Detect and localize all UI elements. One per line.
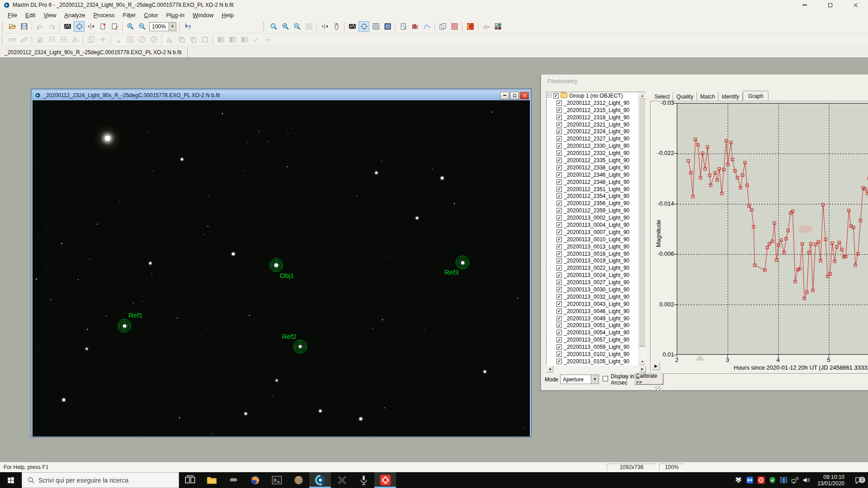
scroll-right-button[interactable]: ▶ (639, 366, 646, 372)
document-tab[interactable]: _20200112_2324_Light_90s_R_-25degC.00015… (0, 47, 188, 57)
magnify-button[interactable] (268, 21, 279, 32)
scroll-up-button[interactable]: ▲ (639, 92, 646, 99)
tab-match[interactable]: Match (697, 92, 719, 101)
redo-button[interactable] (46, 21, 57, 32)
measure-ruler-button[interactable] (7, 34, 18, 45)
file-row[interactable]: ✓_20200113_0027_Light_90 (547, 279, 646, 286)
annotate-button[interactable] (97, 21, 108, 32)
volume-tray-icon[interactable] (801, 476, 812, 484)
screen-stretch-button[interactable] (62, 21, 73, 32)
file-row[interactable]: ✓_20200112_2321_Light_90 (547, 121, 646, 128)
image-window[interactable]: _20200112_2324_Light_90s_R_-25degC.00015… (31, 89, 532, 437)
menu-window[interactable]: Window (189, 11, 217, 19)
scale-2-button[interactable] (58, 34, 69, 45)
menu-help[interactable]: Help (217, 11, 238, 19)
x-app-button[interactable] (331, 472, 353, 488)
file-checkbox[interactable]: ✓ (557, 244, 562, 249)
crosshair-mode-button[interactable] (74, 21, 85, 32)
selection-box-button[interactable] (199, 34, 210, 45)
file-checkbox[interactable]: ✓ (557, 165, 562, 170)
file-checkbox[interactable]: ✓ (557, 301, 562, 307)
menu-edit[interactable]: Edit (21, 11, 39, 19)
gradient-1-button[interactable] (215, 34, 226, 45)
photometry-marker-ref3[interactable]: Ref3 (455, 255, 470, 272)
file-row[interactable]: ✓_20200112_2312_Light_90 (547, 99, 646, 107)
file-row[interactable]: ✓_20200113_0046_Light_90 (547, 308, 646, 315)
group-checkbox[interactable]: ✓ (553, 93, 559, 99)
file-row[interactable]: ✓_20200113_0043_Light_90 (547, 300, 646, 308)
file-row[interactable]: ✓_20200112_2324_Light_90 (547, 128, 646, 135)
file-checkbox[interactable]: ✓ (557, 222, 562, 228)
file-checkbox[interactable]: ✓ (557, 108, 562, 113)
file-checkbox[interactable]: ✓ (557, 287, 562, 292)
zoom-in-2-button[interactable] (280, 21, 291, 32)
file-checkbox[interactable]: ✓ (557, 179, 562, 185)
file-row[interactable]: ✓_20200113_0105_Light_90 (547, 358, 646, 365)
defender-tray-icon[interactable] (767, 476, 778, 484)
scroll-left-button[interactable]: ◀ (546, 366, 553, 372)
file-row[interactable]: ✓_20200113_0010_Light_90 (547, 236, 646, 243)
dropbox-tray-icon[interactable] (733, 476, 744, 484)
tree-horizontal-scrollbar[interactable]: ◀ ▶ (546, 366, 646, 372)
layer-1-button[interactable] (176, 34, 187, 45)
file-checkbox[interactable]: ✓ (557, 251, 562, 257)
file-row[interactable]: ✓_20200113_0022_Light_90 (547, 264, 646, 272)
gradient-2-button[interactable] (227, 34, 238, 45)
imaging-tray-icon[interactable] (778, 476, 789, 484)
planetarium-app-button[interactable] (288, 472, 309, 488)
file-checkbox[interactable]: ✓ (557, 294, 562, 300)
night-vision-button[interactable] (465, 21, 476, 32)
tab-graph[interactable]: Graph (743, 91, 769, 102)
file-checkbox[interactable]: ✓ (557, 158, 562, 163)
photometry-file-tree[interactable]: −✓Group 1 (no OBJECT)✓_20200112_2312_Lig… (546, 92, 646, 366)
zoom-in-button[interactable] (125, 21, 136, 32)
file-row[interactable]: ✓_20200112_2315_Light_90 (547, 107, 646, 114)
start-button[interactable] (0, 472, 22, 488)
mouse-mode-button[interactable] (331, 21, 342, 32)
file-row[interactable]: ✓_20200113_0059_Light_90 (547, 343, 646, 351)
firefox-button[interactable] (244, 472, 266, 488)
calibration-button[interactable] (262, 34, 273, 45)
taskbar-clock[interactable]: 09:10:10 13/01/2020 (817, 474, 844, 487)
file-row[interactable]: ✓_20200113_0102_Light_90 (547, 351, 646, 358)
taskbar-search-input[interactable]: Scrivi qui per eseguire la ricerca (22, 472, 179, 488)
file-checkbox[interactable]: ✓ (557, 237, 562, 242)
file-row[interactable]: ✓_20200112_2354_Light_90 (547, 192, 646, 200)
pixel-math-button[interactable] (449, 21, 460, 32)
file-checkbox[interactable]: ✓ (557, 143, 562, 149)
minimize-button[interactable] (792, 0, 817, 10)
tab-quality[interactable]: Quality (673, 92, 697, 101)
toolbar-grip[interactable] (2, 35, 4, 44)
scale-1-button[interactable] (46, 34, 57, 45)
image-restore-button[interactable] (510, 92, 519, 99)
file-row[interactable]: ✓_20200112_2348_Light_90 (547, 178, 646, 186)
file-checkbox[interactable]: ✓ (557, 208, 562, 213)
zoom-out-2-button[interactable] (292, 21, 302, 32)
file-checkbox[interactable]: ✓ (557, 258, 562, 263)
photometry-marker-obj1[interactable]: Obj1 (269, 258, 284, 275)
file-checkbox[interactable]: ✓ (557, 201, 562, 206)
menu-file[interactable]: File (4, 11, 21, 19)
close-button[interactable] (843, 0, 868, 10)
bat-app-button[interactable] (222, 472, 244, 488)
menu-analyze[interactable]: Analyze (60, 11, 89, 19)
file-checkbox[interactable]: ✓ (557, 359, 562, 364)
file-row[interactable]: ✓_20200112_2330_Light_90 (547, 142, 646, 150)
telescope-app-button[interactable] (353, 472, 374, 488)
structure-button[interactable] (34, 34, 45, 45)
file-row[interactable]: ✓_20200113_0016_Light_90 (547, 250, 646, 258)
file-checkbox[interactable]: ✓ (557, 316, 562, 321)
file-checkbox[interactable]: ✓ (557, 122, 562, 127)
display-arcsec-checkbox[interactable] (603, 376, 608, 381)
maximize-button[interactable] (817, 0, 843, 10)
flip-button[interactable] (85, 21, 96, 32)
context-help-button[interactable] (182, 21, 193, 32)
file-checkbox[interactable]: ✓ (557, 136, 562, 141)
file-checkbox[interactable]: ✓ (557, 344, 562, 350)
task-view-button[interactable] (179, 472, 201, 488)
magnify-window-button[interactable] (370, 21, 381, 32)
magnitude-ruler-button[interactable] (70, 34, 80, 45)
layer-2-button[interactable] (188, 34, 198, 45)
measure-angle-button[interactable] (19, 34, 29, 45)
file-row[interactable]: ✓_20200113_0007_Light_90 (547, 229, 646, 236)
